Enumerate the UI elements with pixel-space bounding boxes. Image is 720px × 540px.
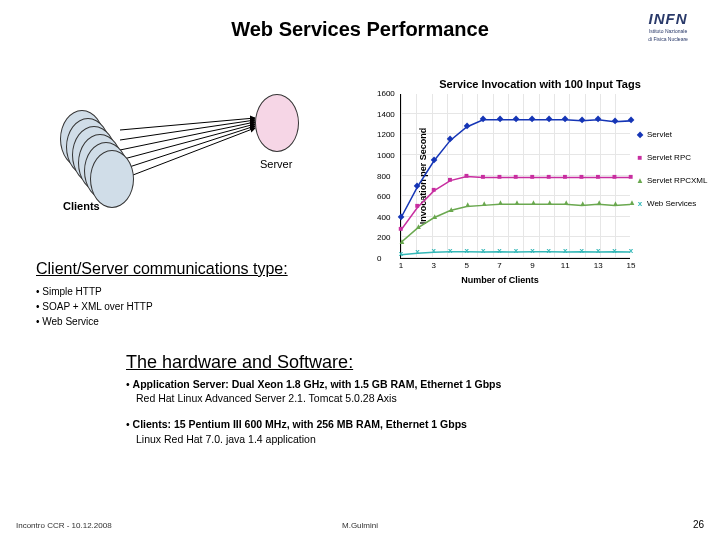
hw-heading: The hardware and Software: [126,352,686,373]
bullet-icon: • [126,378,133,390]
chart-point: ■ [612,174,618,180]
chart-xtick: 3 [432,261,436,270]
chart-point: ◆ [579,117,585,123]
chart-point: ◆ [595,116,601,122]
clients-spec: Clients: 15 Pentium III 600 MHz, with 25… [133,418,467,430]
chart-point: ◆ [546,116,552,122]
legend-item: xWeb Services [636,199,707,208]
app-server-detail: Red Hat Linux Advanced Server 2.1. Tomca… [126,392,397,404]
chart-point: x [529,248,535,254]
chart-point: x [595,248,601,254]
svg-line-1 [120,120,255,140]
logo-subtext-2: di Fisica Nucleare [628,37,708,43]
chart-ytick: 800 [377,171,390,180]
chart-ytick: 1000 [377,150,395,159]
chart-point: x [398,251,404,257]
app-server-spec: Application Server: Dual Xeon 1.8 GHz, w… [133,378,502,390]
page-number: 26 [693,519,704,530]
chart-plot-area: Invocation per Second 020040060080010001… [400,94,630,259]
chart-point: ■ [398,226,404,232]
comm-list-item: • Web Service [36,314,288,329]
chart-point: ◆ [447,136,453,142]
chart-point: ▲ [595,200,601,206]
chart-point: x [497,248,503,254]
chart-point: ◆ [480,116,486,122]
chart-point: ▲ [529,200,535,206]
chart-point: ▲ [546,200,552,206]
chart-legend: ◆Servlet■Servlet RPC▲Servlet RPCXMLxWeb … [636,94,707,285]
chart-point: ◆ [431,157,437,163]
chart-point: ■ [529,174,535,180]
chart-point: ■ [497,174,503,180]
infn-logo: INFN Istituto Nazionale di Fisica Nuclea… [628,10,708,42]
chart-point: x [414,249,420,255]
chart-xtick: 5 [464,261,468,270]
chart-ytick: 200 [377,233,390,242]
comm-list-item: • SOAP + XML over HTTP [36,299,288,314]
clients-detail: Linux Red Hat 7.0. java 1.4 application [126,433,316,445]
chart-point: x [447,248,453,254]
page-title: Web Services Performance [231,18,489,41]
svg-line-3 [120,124,255,160]
server-node [255,94,299,152]
chart-point: ◆ [497,116,503,122]
footer-author: M.Gulmini [342,521,378,530]
chart-point: x [464,248,470,254]
footer-left: Incontro CCR - 10.12.2008 [16,521,112,530]
chart-point: x [628,248,634,254]
chart-point: ■ [546,174,552,180]
chart-point: ◆ [464,123,470,129]
chart-point: ▲ [414,224,420,230]
chart-point: ◆ [513,116,519,122]
chart-ytick: 1400 [377,109,395,118]
chart-xtick: 13 [594,261,603,270]
legend-item: ◆Servlet [636,130,707,139]
legend-item: ▲Servlet RPCXML [636,176,707,185]
chart-point: x [562,248,568,254]
chart-point: ■ [513,174,519,180]
bullet-icon: • [126,418,133,430]
svg-line-0 [120,118,255,130]
chart-point: ▲ [480,201,486,207]
chart-point: ■ [579,174,585,180]
chart-xtick: 7 [497,261,501,270]
performance-chart: Service Invocation with 100 Input Tags I… [370,78,710,285]
chart-point: x [431,248,437,254]
chart-point: x [546,248,552,254]
chart-xtick: 9 [530,261,534,270]
clients-label: Clients [63,200,100,212]
chart-point: ◆ [414,183,420,189]
legend-item: ■Servlet RPC [636,153,707,162]
chart-point: ■ [628,174,634,180]
chart-point: ▲ [398,239,404,245]
chart-point: x [612,248,618,254]
chart-point: x [579,248,585,254]
chart-point: ▲ [431,214,437,220]
comm-heading: Client/Server communications type: [36,260,288,278]
chart-xlabel: Number of Clients [370,275,630,285]
chart-ytick: 1600 [377,89,395,98]
hardware-software-section: The hardware and Software: • Application… [126,352,686,458]
chart-point: ▲ [513,200,519,206]
chart-point: ■ [464,173,470,179]
chart-point: ▲ [447,207,453,213]
chart-point: ◆ [612,118,618,124]
chart-point: ▲ [612,201,618,207]
chart-point: x [513,248,519,254]
chart-point: ▲ [497,200,503,206]
chart-point: ■ [431,187,437,193]
chart-point: ◆ [398,214,404,220]
chart-point: ▲ [562,200,568,206]
chart-point: ▲ [628,200,634,206]
chart-ytick: 400 [377,212,390,221]
chart-point: ■ [562,174,568,180]
chart-point: ■ [414,203,420,209]
logo-text: INFN [628,10,708,27]
communication-types-section: Client/Server communications type: • Sim… [36,260,288,329]
chart-ylabel: Invocation per Second [418,128,428,225]
svg-line-4 [120,126,255,170]
chart-point: ◆ [628,117,634,123]
comm-list-item: • Simple HTTP [36,284,288,299]
chart-ytick: 0 [377,254,381,263]
chart-point: ▲ [464,202,470,208]
